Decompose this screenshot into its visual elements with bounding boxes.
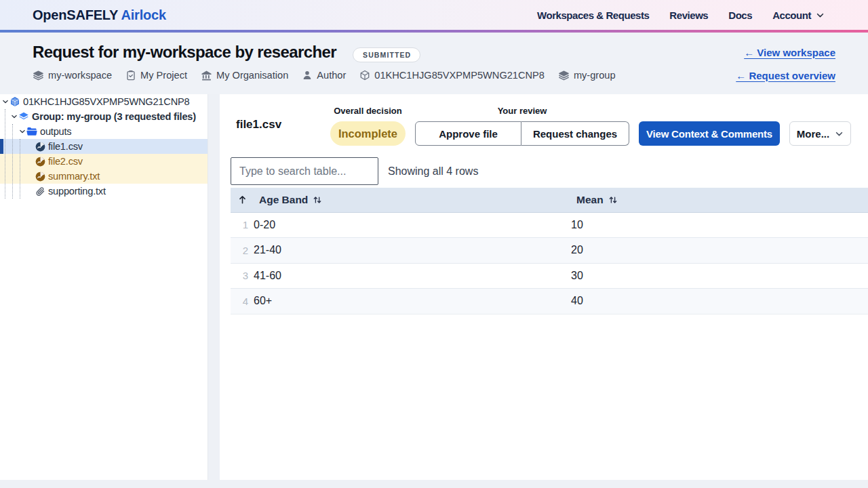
age-band-cell: 0-20 xyxy=(254,212,571,238)
brand-logo[interactable]: OpenSAFELY Airlock xyxy=(33,7,166,23)
age-band-cell: 21-40 xyxy=(254,238,571,264)
brand-primary: OpenSAFELY xyxy=(33,7,118,22)
row-count-text: Showing all 4 rows xyxy=(388,165,478,178)
overall-decision-label: Overall decision xyxy=(334,106,401,116)
nav-account-menu[interactable]: Account xyxy=(772,9,825,21)
file-panel: file1.csv Overall decision Incomplete Yo… xyxy=(220,94,868,480)
tree-indent-guide xyxy=(5,109,5,199)
row-index: 2 xyxy=(231,238,254,264)
view-context-comments-button[interactable]: View Context & Comments xyxy=(639,121,780,146)
chart-file-icon xyxy=(35,157,45,167)
file-title: file1.csv xyxy=(236,118,330,131)
approve-file-button[interactable]: Approve file xyxy=(415,121,521,146)
your-review-block: Your review Approve file Request changes xyxy=(415,106,629,146)
tree-item-summary[interactable]: summary.txt xyxy=(0,169,208,184)
row-index: 1 xyxy=(231,212,254,238)
mean-cell: 30 xyxy=(571,263,868,289)
cube-icon xyxy=(9,96,20,107)
meta-project: My Project xyxy=(125,70,187,81)
table-toolbar: Showing all 4 rows xyxy=(231,157,868,185)
mean-cell: 20 xyxy=(571,238,868,264)
tree-indent-guide xyxy=(12,124,13,199)
meta-request-id: 01KHC1HJG85VXPMP5WNG21CNP8 xyxy=(359,70,545,81)
tree-item-file2[interactable]: file2.csv xyxy=(0,154,208,169)
sort-icon xyxy=(608,195,618,205)
request-overview-link[interactable]: ← Request overview xyxy=(736,70,835,81)
tree-item-outputs-folder[interactable]: outputs xyxy=(0,124,208,139)
clipboard-icon xyxy=(125,70,136,81)
person-icon xyxy=(302,70,313,81)
arrow-up-icon xyxy=(237,195,248,205)
table-row: 3 41-60 30 xyxy=(231,263,868,289)
row-index: 3 xyxy=(231,263,254,289)
nav-docs[interactable]: Docs xyxy=(728,9,752,21)
chart-file-icon xyxy=(35,171,45,182)
page-title: Request for my-workspace by researcher xyxy=(33,41,336,63)
layers-icon xyxy=(33,70,44,81)
mean-column-header[interactable]: Mean xyxy=(571,194,868,206)
decision-status-badge: Incomplete xyxy=(330,121,406,146)
index-sort-header[interactable] xyxy=(231,195,254,205)
top-navbar: OpenSAFELY Airlock Workspaces & Requests… xyxy=(0,0,868,30)
mean-cell: 40 xyxy=(571,289,868,314)
age-band-column-header[interactable]: Age Band xyxy=(254,194,571,206)
cube-icon xyxy=(359,70,370,81)
chart-file-icon xyxy=(35,142,45,152)
status-badge: SUBMITTED xyxy=(353,47,420,62)
nav-workspaces-requests[interactable]: Workspaces & Requests xyxy=(537,9,649,21)
overall-decision-block: Overall decision Incomplete xyxy=(330,106,406,146)
age-band-cell: 41-60 xyxy=(254,263,571,289)
meta-organisation: My Organisation xyxy=(201,70,288,81)
table-search-input[interactable] xyxy=(231,157,378,185)
meta-workspace: my-workspace xyxy=(33,70,112,81)
file-tree-sidebar: 01KHC1HJG85VXPMP5WNG21CNP8 Group: my-gro… xyxy=(0,94,208,480)
tree-item-file1[interactable]: file1.csv xyxy=(0,139,208,154)
folder-open-icon xyxy=(26,126,37,137)
row-index: 4 xyxy=(231,289,254,314)
paperclip-icon xyxy=(35,186,45,197)
page-header: Request for my-workspace by researcher S… xyxy=(0,33,868,94)
brand-secondary: Airlock xyxy=(121,7,165,22)
file-tree: 01KHC1HJG85VXPMP5WNG21CNP8 Group: my-gro… xyxy=(0,94,208,199)
meta-group: my-group xyxy=(558,70,616,81)
your-review-label: Your review xyxy=(498,106,547,116)
view-workspace-link[interactable]: ← View workspace xyxy=(744,47,835,58)
nav-reviews[interactable]: Reviews xyxy=(669,9,708,21)
table-row: 1 0-20 10 xyxy=(231,212,868,238)
data-table: Age Band Mean 1 0-20 1 xyxy=(231,188,868,314)
nav-links: Workspaces & Requests Reviews Docs Accou… xyxy=(537,9,825,21)
chevron-down-icon xyxy=(816,11,825,20)
tree-item-supporting[interactable]: supporting.txt xyxy=(0,184,208,199)
table-header-row: Age Band Mean xyxy=(231,188,868,212)
tree-item-group[interactable]: Group: my-group (3 requested files) xyxy=(0,109,208,124)
request-meta-list: my-workspace My Project My Organisation … xyxy=(33,70,616,81)
request-changes-button[interactable]: Request changes xyxy=(521,121,629,146)
content-area: 01KHC1HJG85VXPMP5WNG21CNP8 Group: my-gro… xyxy=(0,94,868,480)
age-band-cell: 60+ xyxy=(254,289,571,314)
tree-indent-guide xyxy=(20,139,20,199)
bank-icon xyxy=(201,70,212,81)
chevron-down-icon[interactable] xyxy=(11,113,18,120)
meta-author: Author xyxy=(302,70,346,81)
table-row: 2 21-40 20 xyxy=(231,238,868,264)
chevron-down-icon[interactable] xyxy=(19,128,26,135)
mean-cell: 10 xyxy=(571,212,868,238)
sort-icon xyxy=(313,195,322,205)
table-row: 4 60+ 40 xyxy=(231,289,868,314)
panel-gap xyxy=(208,94,220,480)
layers-icon xyxy=(558,70,570,81)
file-header: file1.csv Overall decision Incomplete Yo… xyxy=(220,94,868,146)
layers-icon xyxy=(18,111,29,122)
more-button[interactable]: More... xyxy=(789,121,851,146)
tree-item-request-id[interactable]: 01KHC1HJG85VXPMP5WNG21CNP8 xyxy=(0,94,208,109)
review-button-group: Approve file Request changes xyxy=(415,121,629,146)
chevron-down-icon[interactable] xyxy=(2,98,9,105)
chevron-down-icon xyxy=(835,129,844,138)
